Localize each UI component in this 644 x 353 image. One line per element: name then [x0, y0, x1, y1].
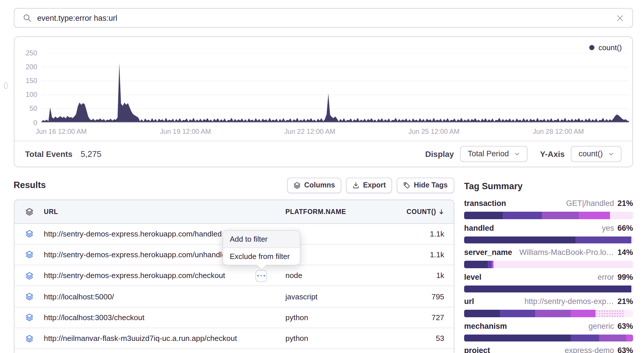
tag-handled: handledyes66%: [464, 224, 633, 243]
tag-bar-segment[interactable]: [503, 212, 542, 219]
tag-bar-segment[interactable]: [576, 236, 631, 243]
display-select[interactable]: Total Period: [460, 146, 528, 162]
hide-tags-button[interactable]: Hide Tags: [397, 177, 454, 193]
table-row: http://localhost:3003/checkoutpython727: [14, 307, 453, 328]
yaxis-select[interactable]: count(): [571, 146, 621, 162]
stack-icon: [25, 313, 33, 322]
row-url-cell[interactable]: http://neilmanvar-flask-m3uuizd7iq-uc.a.…: [44, 334, 285, 343]
table-row: [14, 349, 453, 353]
tag-bar-segment[interactable]: [570, 310, 596, 317]
tag-bar-segment[interactable]: [579, 212, 610, 219]
tag-bar-segment[interactable]: [610, 212, 633, 219]
tag-bar-segment[interactable]: [464, 212, 503, 219]
tag-bar-segment[interactable]: [500, 310, 535, 317]
row-stack-icon-cell[interactable]: [14, 334, 44, 342]
tag-bar-segment[interactable]: [464, 334, 570, 341]
tag-top-value: error: [598, 273, 614, 281]
export-button[interactable]: Export: [346, 177, 392, 193]
stack-icon: [293, 182, 301, 189]
tag-bar-segment[interactable]: [464, 310, 500, 317]
row-actions-button[interactable]: [255, 270, 267, 282]
close-icon[interactable]: [615, 14, 624, 22]
tag-name: transaction: [464, 199, 506, 208]
tag-top-percentage: 14%: [617, 248, 633, 257]
discover-page: event.type:error has:url count() 0501001…: [0, 0, 644, 353]
stack-icon: [25, 207, 33, 215]
tag-bar-segment[interactable]: [494, 261, 633, 268]
row-platform-cell[interactable]: python: [285, 334, 375, 343]
tag-top-value: express-demo: [565, 346, 614, 353]
tag-bar-segment[interactable]: [542, 212, 579, 219]
tag-bar-segment[interactable]: [570, 334, 599, 341]
x-axis-label: Jun 28 12:00 AM: [533, 127, 584, 136]
row-count-cell: 795: [375, 292, 453, 301]
tag-bar-segment[interactable]: [464, 236, 576, 243]
row-count-cell: 1.1k: [375, 229, 453, 238]
results-table-header: URL PLATFORM.NAME COUNT(): [14, 200, 453, 224]
stack-icon: [25, 271, 33, 279]
row-stack-icon-cell[interactable]: [14, 313, 44, 322]
chart-footer: Total Events 5,275 Display Total Period …: [14, 140, 632, 167]
row-platform-cell[interactable]: node: [285, 271, 375, 280]
table-row: http://neilmanvar-flask-m3uuizd7iq-uc.a.…: [14, 328, 453, 349]
tag-top-value: Williams-MacBook-Pro.lo…: [519, 248, 614, 257]
y-axis-label: 100: [18, 91, 37, 98]
search-bar[interactable]: event.type:error has:url: [14, 8, 633, 28]
chevron-down-icon: [608, 151, 614, 157]
tag-name: level: [464, 273, 481, 281]
tag-bar-segment[interactable]: [625, 310, 633, 317]
tag-name: server_name: [464, 248, 512, 257]
legend-label: count(): [598, 43, 622, 52]
tag-bar-segment[interactable]: [599, 334, 626, 341]
column-header-url[interactable]: URL: [44, 208, 285, 215]
tag-bar-segment[interactable]: [488, 261, 492, 268]
stack-icon: [25, 334, 33, 342]
table-row: http://sentry-demos-express.herokuapp.co…: [14, 265, 453, 286]
row-url-cell[interactable]: http://localhost:5000/: [44, 292, 285, 301]
row-platform-cell[interactable]: javascript: [285, 292, 375, 301]
total-events-value: 5,275: [80, 149, 101, 159]
x-axis-label: Jun 22 12:00 AM: [284, 127, 335, 136]
results-table: URL PLATFORM.NAME COUNT() http://sentry-…: [14, 199, 454, 353]
row-url-cell[interactable]: http://localhost:3003/checkout: [44, 313, 285, 322]
tag-name: mechanism: [464, 322, 507, 330]
legend-dot: [589, 45, 594, 50]
tag-bar-segment[interactable]: [535, 310, 570, 317]
tag-bar-segment[interactable]: [631, 236, 633, 243]
tag-top-percentage: 66%: [617, 224, 633, 232]
search-query[interactable]: event.type:error has:url: [37, 14, 117, 22]
event-count-area-chart: [42, 53, 629, 123]
tag-top-percentage: 63%: [617, 322, 633, 330]
row-stack-icon-cell[interactable]: [14, 292, 44, 301]
tag-server_name: server_nameWilliams-MacBook-Pro.lo…14%: [464, 248, 633, 268]
y-axis-label: 150: [18, 77, 37, 84]
tag-bar-segment[interactable]: [631, 285, 633, 292]
column-header-count[interactable]: COUNT(): [375, 208, 453, 215]
table-row: http://localhost:5000/javascript795: [14, 286, 453, 307]
y-axis-label: 50: [18, 105, 37, 112]
tag-bar-segment[interactable]: [464, 261, 488, 268]
stack-icon: [25, 230, 33, 238]
row-url-cell[interactable]: http://sentry-demos-express.herokuapp.co…: [44, 271, 285, 280]
stack-icon: [25, 292, 33, 301]
context-menu-item[interactable]: Add to filter: [223, 231, 300, 248]
sidebar-collapse-handle[interactable]: [4, 82, 7, 89]
tag-mechanism: mechanismgeneric63%: [464, 322, 633, 341]
columns-button[interactable]: Columns: [287, 177, 341, 193]
tag-bar-segment[interactable]: [596, 310, 625, 317]
row-stack-icon-cell[interactable]: [14, 271, 44, 279]
y-axis-label: 0: [18, 119, 37, 126]
tag-summary-title: Tag Summary: [464, 181, 633, 191]
row-stack-icon-cell[interactable]: [14, 251, 44, 259]
tag-distribution-bar: [464, 261, 633, 268]
x-axis-label: Jun 25 12:00 AM: [408, 127, 460, 136]
y-axis-label: 250: [18, 50, 37, 57]
x-axis-label: Jun 16 12:00 AM: [36, 127, 87, 136]
tag-bar-segment[interactable]: [626, 334, 633, 341]
tag-name: project: [464, 346, 490, 353]
row-platform-cell[interactable]: python: [285, 313, 375, 322]
chart-legend[interactable]: count(): [589, 43, 622, 52]
row-stack-icon-cell[interactable]: [14, 230, 44, 238]
tag-bar-segment[interactable]: [464, 285, 631, 292]
column-header-platform[interactable]: PLATFORM.NAME: [285, 208, 375, 215]
